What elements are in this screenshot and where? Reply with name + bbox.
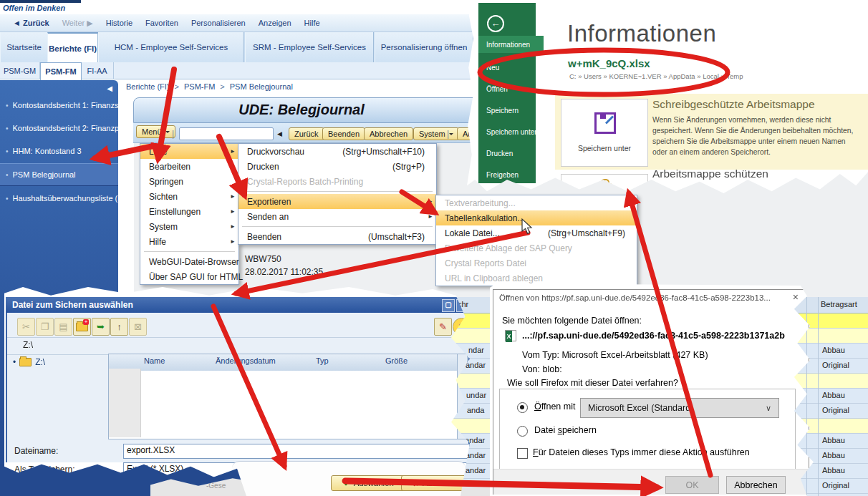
file-type-line: Vom Typ: Microsoft Excel-Arbeitsblatt (4… [522, 350, 708, 360]
column-betragsart: Betragsart [821, 300, 857, 308]
readonly-notice-body: Wenn Sie Änderungen vornehmen, werden di… [652, 115, 862, 157]
menu-item-system[interactable]: System► [140, 219, 238, 234]
chevron-down-icon: ∨ [766, 404, 771, 413]
save-file-radio[interactable] [517, 426, 528, 437]
menu-item-beenden[interactable]: Beenden(Umschalt+F3) [238, 229, 436, 244]
tab-berichte-fi[interactable]: Berichte (FI) [47, 32, 98, 64]
menu-item-druckvorschau[interactable]: Druckvorschau(Strg+Umschalt+F10) [238, 144, 436, 159]
command-collapse-icon[interactable]: ◀ [277, 130, 282, 137]
nav-forward[interactable]: Weiter ▶ [62, 19, 93, 28]
open-with-select[interactable]: Microsoft Excel (Standard) ∨ [580, 398, 779, 418]
menu-item-crystal-batch-printing: Crystal-Reports Batch-Printing [238, 174, 436, 189]
copy-icon: ❐ [36, 318, 54, 336]
maximize-icon[interactable]: ▢ [442, 299, 455, 312]
sidebar-collapse-icon[interactable]: ◀ [107, 84, 112, 92]
subtab-psm-fm[interactable]: PSM-FM [40, 62, 82, 81]
open-with-radio[interactable] [517, 402, 528, 413]
menu-item-tabellenkalkulation[interactable]: Tabellenkalkulation... [436, 210, 637, 225]
system-button[interactable]: System [413, 127, 459, 140]
column-name[interactable]: Name [140, 354, 216, 371]
nav-favoriten[interactable]: Favoriten [145, 19, 178, 27]
sidebar-item-kontostand2[interactable]: • Kontostandsbericht 2: Finanzpo [0, 117, 118, 139]
nav-anzeigen[interactable]: Anzeigen [259, 19, 291, 27]
menu-button[interactable]: Menü [136, 125, 175, 138]
menu-item-liste[interactable]: Liste► [140, 144, 238, 159]
column-groesse[interactable]: Größe [382, 354, 460, 371]
back-arrow-icon[interactable]: ← [487, 15, 504, 32]
sidebar-item-hhm[interactable]: • HHM: Kontostand 3 [0, 140, 118, 162]
export-doc-icon[interactable]: ➥ [92, 318, 110, 336]
menu-item-erweiterte-ablage: Erweiterte Ablage der SAP Query [436, 240, 637, 256]
nav-personalisieren[interactable]: Personalisieren [191, 19, 246, 27]
tab-srm[interactable]: SRM - Employee Self-Services [245, 32, 374, 62]
submenu-arrow-icon: ► [230, 208, 236, 215]
excel-nav-neu[interactable]: Neu [478, 59, 544, 76]
cancel-button[interactable]: Abbrechen [364, 127, 413, 140]
tab-personalisierung[interactable]: Personalisierung öffnen [375, 32, 473, 62]
save-as-button[interactable]: Speichern unter [561, 99, 648, 167]
dialog-footer: ✔ Auswählen ✘ Abbrechen [232, 461, 466, 496]
subtab-fi-aa[interactable]: FI-AA [81, 62, 114, 79]
menu-item-hilfe[interactable]: Hilfe► [140, 234, 238, 249]
menu-item-exportieren[interactable]: Exportieren► [238, 194, 436, 209]
excel-nav-informationen[interactable]: Informationen [478, 36, 544, 53]
firefox-cancel-button[interactable]: Abbrechen [726, 476, 786, 494]
nav-historie[interactable]: Historie [106, 19, 132, 27]
file-from-line: Von: blob: [522, 364, 562, 374]
menu-item-sichten[interactable]: Sichten► [140, 189, 238, 204]
select-button[interactable]: ✔ Auswählen [331, 475, 407, 491]
sidebar-item-kontostand1[interactable]: • Kontostandsbericht 1: Finanzst [0, 94, 118, 116]
open-prompt: Sie möchten folgende Datei öffnen: [502, 316, 642, 326]
column-aenderungsdatum[interactable]: Änderungsdatum [212, 354, 317, 371]
menu-item-springen[interactable]: Springen [140, 174, 238, 189]
ok-button[interactable]: OK [665, 476, 719, 494]
always-checkbox[interactable] [517, 448, 528, 459]
menu-item-drucken[interactable]: Drucken(Strg+P) [238, 159, 436, 174]
new-folder-icon[interactable] [73, 318, 91, 336]
submenu-arrow-icon: ► [230, 193, 236, 200]
bullet-icon: • [13, 357, 16, 367]
menu-item-senden-an[interactable]: Senden an► [238, 209, 436, 224]
excel-nav-drucken[interactable]: Drucken [478, 145, 544, 162]
submenu-arrow-icon: ► [230, 223, 236, 230]
brand-logo: Offen im Denken [3, 4, 65, 12]
current-path: Z:\ [7, 338, 481, 355]
menu-item-webgui-datei-browser[interactable]: WebGUI-Datei-Browser [140, 254, 238, 269]
tab-hcm[interactable]: HCM - Employee Self-Services [98, 32, 244, 62]
excel-filename: w+mK_9cQ.xlsx [568, 57, 650, 69]
back-button[interactable]: Zurück [289, 127, 324, 140]
toolbar-separator: | [447, 129, 449, 139]
groupbox-legend: Wie soll Firefox mit dieser Datei verfah… [503, 378, 682, 388]
menu-item-lokale-datei[interactable]: Lokale Datei...(Strg+Umschalt+F9) [436, 225, 637, 240]
nav-back[interactable]: ◄ Zurück [13, 19, 49, 27]
column-typ[interactable]: Typ [312, 354, 386, 371]
system-value: WBW750 [245, 254, 281, 264]
open-with-label: Öffnen mit [534, 402, 575, 412]
tab-startseite[interactable]: Startseite [0, 32, 48, 62]
file-list-table: Name Änderungsdatum Typ Größe [108, 354, 458, 439]
check-icon: ✔ [344, 478, 351, 488]
nav-hilfe[interactable]: Hilfe [304, 19, 320, 27]
sidebar-item-psm-belegjournal[interactable]: • PSM Belegjournal [0, 163, 118, 186]
command-field[interactable] [179, 127, 274, 140]
sidebar-item-haushaltsueberwachung[interactable]: • Haushaltsüberwachungsliste (r [0, 188, 118, 209]
menue-dropdown: Liste► Bearbeiten► Springen Sichten► Ein… [140, 143, 239, 285]
row-selector-column [109, 369, 141, 437]
close-icon[interactable]: × [793, 291, 799, 303]
menu-item-bearbeiten[interactable]: Bearbeiten► [140, 159, 238, 174]
excel-nav-oeffnen[interactable]: Öffnen [478, 80, 544, 97]
excel-nav-freigeben[interactable]: Freigeben [478, 166, 544, 183]
cross-icon: ✘ [413, 478, 420, 488]
menu-item-ueber-sap-gui[interactable]: Über SAP GUI for HTML [140, 269, 238, 284]
subtab-psm-gm[interactable]: PSM-GM [0, 62, 40, 79]
excel-nav-speichern[interactable]: Speichern [478, 102, 544, 119]
menu-item-einstellungen[interactable]: Einstellungen► [140, 204, 238, 219]
dialog-titlebar[interactable]: Datei zum Sichern auswählen ▢ × [6, 297, 473, 313]
filename-input[interactable]: export.XLSX [123, 444, 470, 459]
end-button[interactable]: Beenden [322, 127, 365, 140]
excel-nav-speichern-unter[interactable]: Speichern unter [478, 123, 544, 140]
submenu-arrow-icon: ► [230, 238, 236, 245]
pencil-icon[interactable]: ✎ [434, 318, 452, 336]
up-level-icon[interactable]: ↑ [110, 318, 128, 336]
tree-item-root[interactable]: • Z:\ [13, 357, 105, 367]
